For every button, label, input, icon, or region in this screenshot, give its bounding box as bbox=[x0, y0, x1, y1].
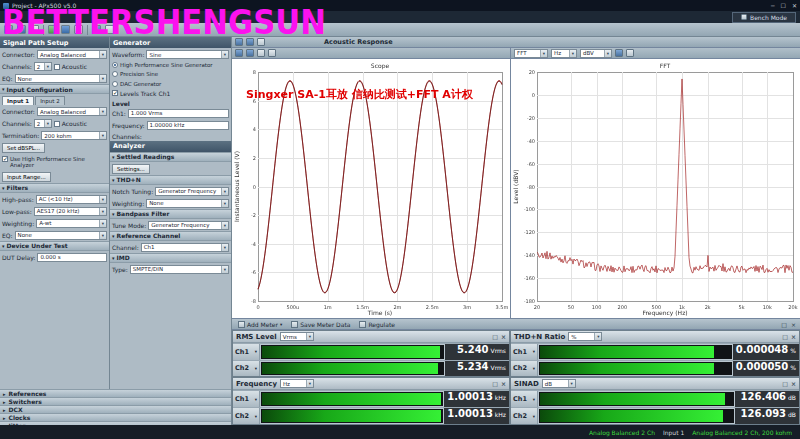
highpass-select[interactable]: AC (<10 Hz)▾ bbox=[36, 195, 107, 204]
popout-icon[interactable]: □ bbox=[492, 380, 498, 387]
set-dbspl-button[interactable]: Set dBSPL... bbox=[2, 143, 45, 153]
sinad-unit-select[interactable]: dB▾ bbox=[542, 379, 576, 388]
expand-icon: ▸ bbox=[3, 415, 6, 421]
grid-icon[interactable] bbox=[257, 49, 265, 57]
thdn-section[interactable]: ▾ THD+N bbox=[110, 175, 231, 185]
thdn-ch2-select[interactable]: Ch2▾ bbox=[511, 361, 538, 377]
acoustic-label: Acoustic bbox=[62, 63, 87, 70]
imd-section[interactable]: ▾ IMD bbox=[110, 253, 231, 263]
acoustic-checkbox[interactable] bbox=[54, 64, 60, 70]
filters-section[interactable]: ▾ Filters bbox=[0, 183, 109, 193]
lowpass-value: AES17 (20 kHz) bbox=[37, 208, 80, 214]
tune-mode-select[interactable]: Generator Frequency▾ bbox=[148, 221, 229, 230]
popout-icon[interactable]: □ bbox=[781, 321, 787, 328]
cursor-icon[interactable] bbox=[235, 49, 243, 57]
dac-generator-label: DAC Generator bbox=[120, 81, 161, 87]
sinad-ch1-select[interactable]: Ch1▾ bbox=[511, 391, 538, 407]
input-connector-select[interactable]: Analog Balanced▾ bbox=[37, 107, 107, 116]
bench-mode-button[interactable]: Bench Mode bbox=[732, 12, 796, 23]
fft-selector[interactable]: FFT▾ bbox=[514, 49, 548, 58]
close-icon[interactable]: ✕ bbox=[792, 2, 797, 9]
eq-select[interactable]: None▾ bbox=[15, 74, 107, 83]
rms-ch1-select[interactable]: Ch1▾ bbox=[233, 344, 260, 360]
frequency-ch2-select[interactable]: Ch2▾ bbox=[233, 408, 260, 424]
add-meter-button[interactable]: Add Meter▾ bbox=[236, 321, 284, 328]
popout-icon[interactable]: □ bbox=[492, 333, 498, 340]
reference-channel-section[interactable]: ▾ Reference Channel bbox=[110, 231, 231, 241]
generator-level-field[interactable]: 1.000 Vrms bbox=[128, 109, 229, 118]
maximize-icon[interactable]: ☐ bbox=[781, 2, 786, 9]
bandpass-section[interactable]: ▾ Bandpass Filter bbox=[110, 209, 231, 219]
thdn-unit-select[interactable]: %▾ bbox=[568, 332, 602, 341]
hp-sine-generator-radio[interactable] bbox=[112, 62, 118, 68]
tab-input-1[interactable]: Input 1 bbox=[2, 96, 34, 105]
input-configuration-title: Input Configuration bbox=[7, 86, 73, 93]
close-icon[interactable]: × bbox=[501, 333, 506, 340]
scope-panel: Singxer SA-1耳放 信纳比测试+FFT A计权 bbox=[232, 48, 510, 318]
frequency-unit-value: Hz bbox=[283, 381, 290, 387]
tab-input-2[interactable]: Input 2 bbox=[35, 96, 65, 105]
sinad-ch1-bar bbox=[539, 392, 734, 406]
frequency-unit-select[interactable]: Hz▾ bbox=[280, 379, 314, 388]
input-acoustic-checkbox[interactable] bbox=[54, 121, 60, 127]
popout-icon[interactable]: □ bbox=[782, 380, 788, 387]
imd-type-value: SMPTE/DIN bbox=[133, 266, 163, 272]
output-connector-select[interactable]: Analog Balanced▾ bbox=[37, 50, 107, 59]
chevron-down-icon: ▾ bbox=[255, 397, 257, 402]
reference-channel-value: Ch1 bbox=[144, 244, 155, 250]
input-channels-stepper[interactable]: 2▾ bbox=[34, 119, 52, 128]
thdn-ch1-select[interactable]: Ch1▾ bbox=[511, 344, 538, 360]
termination-select[interactable]: 200 kohm▾ bbox=[41, 131, 107, 140]
weighting-select[interactable]: A-wt▾ bbox=[36, 219, 107, 228]
rms-ch2-select[interactable]: Ch2▾ bbox=[233, 361, 260, 377]
minimize-icon[interactable]: ─ bbox=[771, 2, 775, 9]
popout-icon[interactable]: □ bbox=[782, 333, 788, 340]
analyzer-weighting-select[interactable]: None▾ bbox=[146, 199, 229, 208]
sinad-ch2-select[interactable]: Ch2▾ bbox=[511, 408, 538, 424]
output-channels-stepper[interactable]: 2▾ bbox=[34, 62, 52, 71]
accordion-references[interactable]: ▸References bbox=[0, 389, 231, 397]
settled-readings-section[interactable]: ▾ Settled Readings bbox=[110, 152, 231, 162]
bar-fill bbox=[540, 363, 714, 375]
reference-channel-select[interactable]: Ch1▾ bbox=[141, 243, 229, 252]
input-range-button[interactable]: Input Range... bbox=[2, 172, 51, 182]
export-icon[interactable] bbox=[626, 49, 634, 57]
dut-delay-field[interactable]: 0.000 s bbox=[37, 253, 107, 262]
bar-fill bbox=[540, 393, 725, 405]
close-icon[interactable]: × bbox=[791, 321, 796, 328]
settings-button[interactable]: Settings... bbox=[112, 164, 150, 174]
fft-plot[interactable] bbox=[511, 59, 800, 318]
meter-row: Ch1▾ 1.00013kHz bbox=[233, 390, 509, 407]
generator-frequency-field[interactable]: 1.00000 kHz bbox=[147, 121, 229, 130]
levels-track-checkbox[interactable] bbox=[112, 90, 118, 96]
save-meter-data-button[interactable]: Save Meter Data bbox=[289, 321, 352, 328]
regulate-button[interactable]: Regulate bbox=[357, 321, 397, 328]
filters-eq-select[interactable]: None▾ bbox=[15, 231, 107, 240]
status-bar: Analog Balanced 2 Ch Input 1 Analog Bala… bbox=[0, 425, 800, 439]
close-icon[interactable]: × bbox=[501, 380, 506, 387]
dut-section[interactable]: ▾ Device Under Test bbox=[0, 241, 109, 251]
fft-y-unit-select[interactable]: dBV▾ bbox=[580, 49, 612, 58]
frequency-ch1-select[interactable]: Ch1▾ bbox=[233, 391, 260, 407]
close-icon[interactable]: × bbox=[791, 380, 796, 387]
accordion-dcx[interactable]: ▸DCX bbox=[0, 405, 231, 413]
precision-sine-radio[interactable] bbox=[112, 71, 118, 77]
analyzer-header[interactable]: Analyzer bbox=[110, 141, 231, 152]
dac-generator-radio[interactable] bbox=[112, 81, 118, 87]
close-icon[interactable]: × bbox=[791, 333, 796, 340]
export-icon[interactable] bbox=[268, 49, 276, 57]
lowpass-select[interactable]: AES17 (20 kHz)▾ bbox=[34, 207, 107, 216]
fft-x-unit-select[interactable]: Hz▾ bbox=[551, 49, 577, 58]
hp-sine-analyzer-checkbox[interactable] bbox=[2, 156, 8, 162]
waveform-select[interactable]: Sine▾ bbox=[146, 50, 229, 59]
cursor-icon[interactable] bbox=[615, 49, 623, 57]
generator-frequency-label: Frequency: bbox=[112, 122, 145, 129]
accordion-switchers[interactable]: ▸Switchers bbox=[0, 397, 231, 405]
notch-tuning-select[interactable]: Generator Frequency▾ bbox=[155, 187, 229, 196]
imd-type-select[interactable]: SMPTE/DIN▾ bbox=[130, 265, 229, 274]
hp-sine-generator-label: High Performance Sine Generator bbox=[120, 62, 213, 68]
rms-unit-select[interactable]: Vrms▾ bbox=[280, 332, 314, 341]
zoom-icon[interactable] bbox=[246, 49, 254, 57]
input-configuration-section[interactable]: ▾ Input Configuration bbox=[0, 84, 109, 94]
accordion-clocks[interactable]: ▸Clocks bbox=[0, 413, 231, 421]
